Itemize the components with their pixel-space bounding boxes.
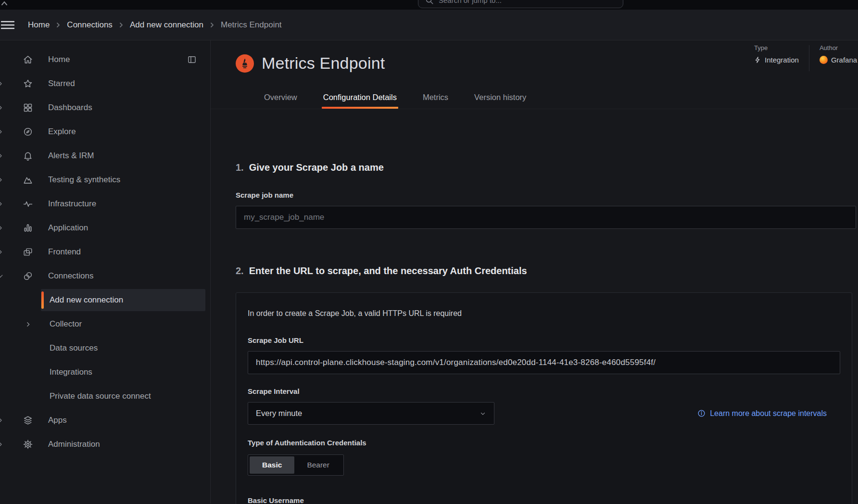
sidebar-item-infrastructure[interactable]: Infrastructure <box>0 192 210 216</box>
sidebar-item-application[interactable]: Application <box>0 216 210 240</box>
dashboards-grid-icon <box>22 102 34 113</box>
section-number: 2. <box>236 265 244 277</box>
sidebar-item-label: Integrations <box>50 367 92 377</box>
search-input[interactable]: Search or jump to... <box>418 0 623 8</box>
sidebar-item-apps[interactable]: Apps <box>0 408 210 432</box>
tab-version-history[interactable]: Version history <box>473 86 528 109</box>
layers-icon <box>22 415 34 426</box>
scrape-job-url-input[interactable] <box>248 351 840 374</box>
scrape-job-name-input[interactable] <box>236 206 856 229</box>
chevron-right-icon <box>210 22 214 28</box>
breadcrumb-add-new-connection[interactable]: Add new connection <box>130 20 203 30</box>
sidebar-item-label: Data sources <box>50 343 98 353</box>
auth-type-label: Type of Authentication Credentials <box>248 439 840 447</box>
section-number: 1. <box>236 162 244 173</box>
bar-chart-icon <box>22 222 34 234</box>
menu-icon[interactable] <box>1 20 14 30</box>
scrape-job-name-label: Scrape job name <box>236 191 858 199</box>
connections-link-icon <box>22 270 34 282</box>
grafana-logo-icon <box>820 56 828 64</box>
tab-overview[interactable]: Overview <box>263 86 299 109</box>
prometheus-icon <box>236 54 254 73</box>
auth-option-basic[interactable]: Basic <box>250 456 294 474</box>
sidebar-item-label: Connections <box>48 271 94 281</box>
sidebar-item-label: Frontend <box>48 247 81 257</box>
sidebar-item-label: Collector <box>50 319 82 329</box>
auth-option-bearer[interactable]: Bearer <box>294 456 342 474</box>
sidebar-item-administration[interactable]: Administration <box>0 432 210 456</box>
search-icon <box>425 0 434 5</box>
chevron-down-icon[interactable] <box>0 273 4 280</box>
sidebar-item-collector[interactable]: Collector <box>0 312 210 336</box>
divider <box>809 45 809 71</box>
chevron-right-icon[interactable] <box>0 225 4 232</box>
sidebar-item-connections[interactable]: Connections <box>0 264 210 288</box>
tab-metrics[interactable]: Metrics <box>421 86 450 109</box>
section-1-heading: 1. Give your Scrape Job a name <box>236 162 858 173</box>
sidebar-item-home[interactable]: Home <box>0 48 210 72</box>
sidebar-item-label: Administration <box>48 440 100 449</box>
breadcrumb-current: Metrics Endpoint <box>221 20 282 30</box>
sidebar-item-label: Infrastructure <box>48 199 96 209</box>
chevron-right-icon[interactable] <box>0 104 4 112</box>
learn-more-link[interactable]: Learn more about scrape intervals <box>697 409 827 418</box>
chevron-right-icon[interactable] <box>0 201 4 208</box>
search-placeholder: Search or jump to... <box>439 0 502 4</box>
bell-icon <box>22 150 34 162</box>
main-content: Metrics Endpoint Type Integration Author <box>211 40 858 504</box>
sidebar-item-integrations[interactable]: Integrations <box>0 360 210 384</box>
collapse-sidebar-icon[interactable] <box>187 55 197 64</box>
sidebar: Home Starred Dashboards Explore <box>0 40 211 504</box>
author-value: Grafana <box>820 56 857 64</box>
chevron-right-icon <box>56 22 61 28</box>
chevron-right-icon[interactable] <box>0 441 4 448</box>
scrape-job-url-label: Scrape Job URL <box>248 336 840 344</box>
scrape-interval-select[interactable]: Every minute <box>248 402 494 425</box>
sidebar-item-testing-synthetics[interactable]: Testing & synthetics <box>0 168 210 192</box>
sidebar-item-explore[interactable]: Explore <box>0 120 210 144</box>
sidebar-item-frontend[interactable]: Frontend <box>0 240 210 264</box>
section-2-heading: 2. Enter the URL to scrape, and the nece… <box>236 265 858 277</box>
scrape-interval-label: Scrape Interval <box>248 387 840 395</box>
sidebar-item-dashboards[interactable]: Dashboards <box>0 96 210 120</box>
sidebar-item-private-data-source-connect[interactable]: Private data source connect <box>0 384 210 408</box>
chevron-right-icon[interactable] <box>0 128 4 136</box>
type-column: Type Integration <box>754 44 799 71</box>
sidebar-item-label: Application <box>48 223 88 233</box>
type-label: Type <box>754 44 799 51</box>
chevron-right-icon[interactable] <box>0 152 4 160</box>
sidebar-item-label: Alerts & IRM <box>48 151 94 161</box>
breadcrumb-bar: Home Connections Add new connection Metr… <box>0 10 858 40</box>
header-meta: Type Integration Author Grafana <box>754 44 857 71</box>
sidebar-item-label: Home <box>48 55 70 64</box>
basic-username-label: Basic Username <box>248 496 840 504</box>
sidebar-item-starred[interactable]: Starred <box>0 72 210 96</box>
breadcrumb-home[interactable]: Home <box>28 20 50 30</box>
author-column: Author Grafana <box>820 44 857 71</box>
sidebar-item-data-sources[interactable]: Data sources <box>0 336 210 360</box>
active-row-accent-bar <box>41 291 44 309</box>
author-label: Author <box>820 44 857 51</box>
page-title: Metrics Endpoint <box>262 54 385 73</box>
pulse-icon <box>22 198 34 210</box>
lightning-icon <box>754 56 761 64</box>
breadcrumb-connections[interactable]: Connections <box>67 20 113 30</box>
caret-up-icon <box>1 0 8 6</box>
tab-configuration-details[interactable]: Configuration Details <box>322 86 398 109</box>
chevron-right-icon[interactable] <box>0 176 4 184</box>
chevron-right-icon[interactable] <box>25 321 31 328</box>
sidebar-item-label: Dashboards <box>48 103 92 113</box>
sidebar-item-label: Starred <box>48 79 75 88</box>
chevron-right-icon[interactable] <box>0 417 4 424</box>
frontend-windows-icon <box>22 246 34 258</box>
url-auth-panel: In order to create a Scrape Job, a valid… <box>236 292 852 504</box>
sidebar-item-label: Testing & synthetics <box>48 175 120 185</box>
chevron-right-icon[interactable] <box>0 249 4 256</box>
sidebar-item-alerts-irm[interactable]: Alerts & IRM <box>0 144 210 168</box>
compass-icon <box>22 126 34 138</box>
chevron-right-icon[interactable] <box>0 80 4 88</box>
section-title: Enter the URL to scrape, and the necessa… <box>249 265 527 277</box>
sidebar-item-add-new-connection[interactable]: Add new connection <box>0 288 210 312</box>
type-value: Integration <box>754 56 799 64</box>
home-icon <box>22 54 34 65</box>
